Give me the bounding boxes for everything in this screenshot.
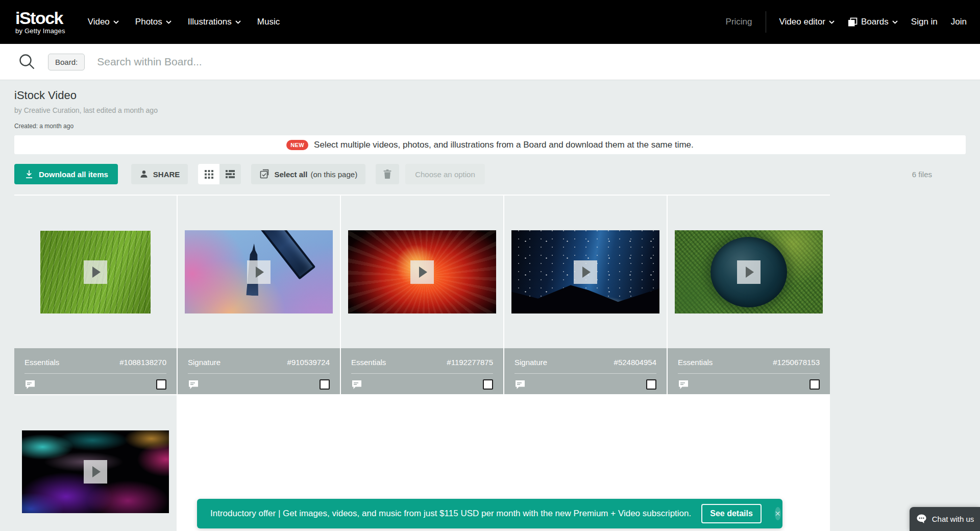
play-icon[interactable] bbox=[574, 260, 597, 284]
main-menu: Video Photos Illustrations Music bbox=[88, 17, 280, 27]
share-button[interactable]: SHARE bbox=[131, 164, 188, 184]
istock-logo[interactable]: iStock by Getty Images bbox=[15, 9, 65, 35]
search-input[interactable] bbox=[97, 56, 962, 68]
logo-title: iStock bbox=[15, 9, 65, 27]
page-title: iStock Video bbox=[14, 80, 966, 102]
promo-banner: Introductory offer | Get images, videos,… bbox=[197, 499, 782, 528]
board-search-bar: Board: bbox=[0, 44, 980, 80]
play-icon[interactable] bbox=[247, 260, 271, 284]
thumbnail-area bbox=[14, 395, 177, 531]
card-meta: Essentials #1250678153 bbox=[668, 348, 830, 394]
meta-divider bbox=[188, 373, 330, 374]
select-checkbox[interactable] bbox=[810, 379, 820, 390]
video-thumbnail[interactable] bbox=[185, 230, 333, 313]
pricing-link[interactable]: Pricing bbox=[726, 17, 752, 27]
video-thumbnail[interactable] bbox=[22, 430, 169, 513]
grid-view-icon bbox=[205, 170, 213, 179]
video-editor-label: Video editor bbox=[779, 17, 825, 27]
mosaic-view-button[interactable] bbox=[219, 164, 241, 184]
video-card[interactable]: Essentials #1088138270 bbox=[14, 196, 177, 394]
board-scope-chip[interactable]: Board: bbox=[48, 54, 85, 70]
card-meta: Essentials #1088138270 bbox=[14, 348, 177, 394]
download-all-label: Download all items bbox=[39, 170, 108, 179]
view-toggle bbox=[198, 164, 241, 184]
nav-item-music[interactable]: Music bbox=[257, 17, 280, 27]
select-all-icon bbox=[259, 169, 270, 179]
asset-id: #1192277875 bbox=[447, 358, 493, 367]
video-editor-link[interactable]: Video editor bbox=[779, 17, 835, 27]
chevron-down-icon bbox=[829, 20, 835, 24]
video-card[interactable] bbox=[14, 395, 177, 531]
meta-divider bbox=[514, 373, 656, 374]
comment-icon[interactable] bbox=[188, 379, 199, 390]
thumbnail-area bbox=[14, 196, 177, 348]
select-all-button[interactable]: Select all (on this page) bbox=[251, 164, 365, 184]
thumbnail-area bbox=[504, 196, 667, 348]
notice-text: Select multiple videos, photos, and illu… bbox=[314, 140, 694, 150]
collection-label: Essentials bbox=[351, 358, 386, 367]
select-all-label: Select all bbox=[274, 170, 307, 179]
video-card[interactable]: Essentials #1192277875 bbox=[341, 196, 503, 394]
chevron-down-icon bbox=[113, 20, 119, 24]
comment-icon[interactable] bbox=[514, 379, 526, 390]
board-byline: by Creative Curation, last edited a mont… bbox=[14, 106, 966, 114]
comment-icon[interactable] bbox=[351, 379, 362, 390]
card-meta: Signature #524804954 bbox=[504, 348, 667, 394]
asset-id: #1088138270 bbox=[119, 358, 166, 367]
play-icon[interactable] bbox=[84, 260, 107, 284]
play-icon[interactable] bbox=[84, 460, 107, 484]
join-link[interactable]: Join bbox=[951, 17, 967, 27]
top-nav: iStock by Getty Images Video Photos Illu… bbox=[0, 0, 980, 44]
search-icon[interactable] bbox=[18, 53, 36, 70]
board-items-grid: Essentials #1088138270 bbox=[14, 195, 830, 531]
asset-id: #910539724 bbox=[287, 358, 330, 367]
asset-id: #1250678153 bbox=[773, 358, 820, 367]
video-card[interactable]: Signature #910539724 bbox=[178, 196, 340, 394]
select-checkbox[interactable] bbox=[646, 379, 656, 390]
select-checkbox[interactable] bbox=[483, 379, 493, 390]
comment-icon[interactable] bbox=[678, 379, 689, 390]
play-icon[interactable] bbox=[410, 260, 434, 284]
video-thumbnail[interactable] bbox=[348, 230, 496, 313]
thumbnail-area bbox=[341, 196, 503, 348]
nav-item-label: Illustrations bbox=[188, 17, 232, 27]
logo-subtitle: by Getty Images bbox=[15, 27, 65, 35]
board-created: Created: a month ago bbox=[14, 123, 966, 130]
nav-item-video[interactable]: Video bbox=[88, 17, 119, 27]
sign-in-link[interactable]: Sign in bbox=[911, 17, 938, 27]
nav-item-label: Photos bbox=[135, 17, 162, 27]
thumbnail-area bbox=[668, 196, 830, 348]
meta-divider bbox=[24, 373, 166, 374]
video-card[interactable]: Signature #524804954 bbox=[504, 196, 667, 394]
select-all-suffix: (on this page) bbox=[310, 170, 357, 179]
select-checkbox[interactable] bbox=[156, 379, 166, 390]
new-badge: NEW bbox=[286, 140, 308, 150]
play-icon[interactable] bbox=[737, 260, 761, 284]
nav-item-photos[interactable]: Photos bbox=[135, 17, 172, 27]
video-thumbnail[interactable] bbox=[511, 230, 659, 313]
chevron-down-icon bbox=[892, 20, 898, 24]
nav-item-label: Music bbox=[257, 17, 280, 27]
comment-icon[interactable] bbox=[24, 379, 36, 390]
select-checkbox[interactable] bbox=[320, 379, 330, 390]
new-feature-notice: NEW Select multiple videos, photos, and … bbox=[14, 135, 966, 154]
download-icon bbox=[24, 169, 34, 179]
video-card[interactable]: Essentials #1250678153 bbox=[668, 196, 830, 394]
collection-label: Signature bbox=[188, 358, 220, 367]
chevron-down-icon bbox=[235, 20, 241, 24]
choose-option-dropdown[interactable]: Choose an option bbox=[405, 164, 485, 184]
delete-button[interactable] bbox=[376, 164, 399, 184]
see-details-button[interactable]: See details bbox=[701, 504, 762, 523]
download-all-button[interactable]: Download all items bbox=[14, 164, 118, 184]
nav-item-illustrations[interactable]: Illustrations bbox=[188, 17, 241, 27]
boards-label: Boards bbox=[861, 17, 889, 27]
video-thumbnail[interactable] bbox=[40, 231, 151, 313]
grid-view-button[interactable] bbox=[198, 164, 219, 184]
share-label: SHARE bbox=[153, 170, 180, 179]
video-thumbnail[interactable] bbox=[675, 230, 823, 313]
board-content: iStock Video by Creative Curation, last … bbox=[0, 80, 980, 531]
chat-widget[interactable]: Chat with us bbox=[910, 507, 980, 531]
thumbnail-area bbox=[178, 196, 340, 348]
close-icon[interactable]: ✕ bbox=[775, 507, 781, 520]
boards-link[interactable]: Boards bbox=[848, 17, 898, 27]
